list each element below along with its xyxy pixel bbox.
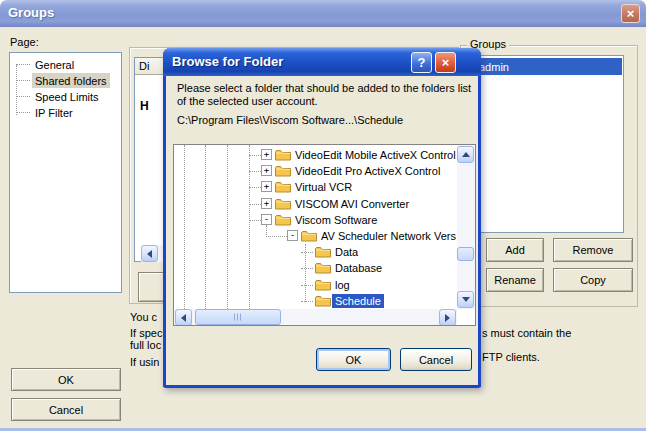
rename-button[interactable]: Rename (486, 268, 544, 292)
hscroll-thumb[interactable] (195, 309, 281, 325)
expand-plus-icon[interactable]: + (261, 181, 272, 192)
directory-cell-fragment: H (140, 99, 149, 113)
tree-item-label[interactable]: VISCOM AVI Converter (292, 197, 412, 211)
info-text-fragment: You c (130, 311, 157, 323)
info-text-fragment: full loc (130, 339, 161, 351)
folder-icon (275, 180, 291, 195)
folder-icon (275, 213, 291, 228)
directory-column-header-label: Di (139, 60, 149, 72)
tree-vscroll[interactable] (457, 145, 475, 309)
scroll-right-icon[interactable] (439, 309, 456, 326)
tree-guide-line (16, 65, 17, 115)
tree-guide-line (249, 204, 261, 205)
add-button[interactable]: Add (486, 238, 544, 262)
folder-icon (315, 261, 331, 276)
tree-item-av-scheduler-network-versio[interactable]: -AV Scheduler Network Versio (174, 228, 456, 244)
tree-item-viscom-software[interactable]: -Viscom Software (174, 212, 456, 228)
groups-list[interactable]: admin (472, 55, 624, 233)
instruction-line-1: Please select a folder that should be ad… (177, 82, 471, 94)
info-text-fragment: FTP clients. (482, 351, 540, 363)
tree-guide-line (16, 96, 30, 97)
collapse-minus-icon[interactable]: - (261, 214, 272, 225)
scroll-down-icon[interactable] (457, 291, 474, 308)
tree-guide-line (249, 155, 261, 156)
tree-guide-line (301, 301, 313, 302)
info-text-fragment: s must contain the (482, 327, 571, 339)
tree-guide-line (16, 64, 30, 65)
folder-icon (315, 278, 331, 293)
tree-guide-line (16, 80, 30, 81)
groups-window-title: Groups (8, 5, 54, 20)
close-icon[interactable]: × (621, 4, 640, 23)
tree-item-label[interactable]: VideoEdit Mobile ActiveX Control (292, 148, 456, 162)
tree-guide-line (301, 285, 313, 286)
page-label: Page: (10, 36, 39, 48)
groups-cancel-button[interactable]: Cancel (11, 398, 121, 421)
tree-item-virtual-vcr[interactable]: +Virtual VCR (174, 179, 456, 195)
browse-for-folder-dialog: Browse for Folder ? × Please select a fo… (163, 48, 481, 388)
vscroll-thumb[interactable] (457, 247, 474, 261)
help-icon[interactable]: ? (411, 52, 432, 73)
tree-item-log[interactable]: log (174, 277, 456, 293)
page-list-item-ip-filter[interactable]: IP Filter (32, 105, 76, 120)
tree-item-database[interactable]: Database (174, 260, 456, 276)
tree-item-label[interactable]: Data (332, 245, 361, 259)
tree-item-videoedit-mobile-activex-control[interactable]: +VideoEdit Mobile ActiveX Control (174, 147, 456, 163)
tree-item-label[interactable]: Database (332, 261, 385, 275)
selected-path: C:\Program Files\Viscom Software...\Sche… (177, 114, 403, 126)
browse-dialog-titlebar[interactable]: Browse for Folder ? × (163, 48, 481, 76)
tree-guide-line (249, 171, 261, 172)
page-list-item-general[interactable]: General (32, 57, 77, 72)
tree-guide-line (301, 252, 313, 253)
scroll-up-icon[interactable] (457, 146, 474, 163)
folder-tree[interactable]: +VideoEdit Mobile ActiveX Control+VideoE… (173, 144, 476, 326)
groups-ok-button[interactable]: OK (11, 368, 121, 391)
scroll-left-icon[interactable] (141, 245, 158, 262)
browse-ok-button[interactable]: OK (316, 348, 391, 371)
tree-item-data[interactable]: Data (174, 244, 456, 260)
expand-plus-icon[interactable]: + (261, 149, 272, 160)
instruction-line-2: of the selected user account. (177, 95, 318, 107)
folder-icon (315, 294, 331, 309)
tree-item-label[interactable]: Viscom Software (292, 213, 380, 227)
tree-item-schedule[interactable]: Schedule (174, 293, 456, 309)
groups-titlebar[interactable]: Groups × (0, 0, 646, 27)
browse-dialog-title: Browse for Folder (172, 54, 283, 69)
folder-icon (301, 229, 317, 244)
screenshot-canvas: Groups × Page: GeneralShared foldersSpee… (0, 0, 646, 434)
tree-hscroll[interactable] (174, 309, 457, 326)
tree-item-label[interactable]: AV Scheduler Network Versio (318, 229, 456, 243)
page-list[interactable]: GeneralShared foldersSpeed LimitsIP Filt… (9, 52, 122, 293)
collapse-minus-icon[interactable]: - (287, 230, 298, 241)
tree-guide-line (249, 187, 261, 188)
tree-item-viscom-avi-converter[interactable]: +VISCOM AVI Converter (174, 196, 456, 212)
tree-item-videoedit-pro-activex-control[interactable]: +VideoEdit Pro ActiveX Control (174, 163, 456, 179)
expand-plus-icon[interactable]: + (261, 198, 272, 209)
browse-cancel-button[interactable]: Cancel (400, 348, 472, 371)
tree-guide-line (249, 220, 261, 221)
tree-guide-line (266, 236, 287, 237)
tree-item-label[interactable]: VideoEdit Pro ActiveX Control (292, 164, 443, 178)
folder-icon (275, 148, 291, 163)
page-list-item-speed-limits[interactable]: Speed Limits (32, 89, 102, 104)
folder-icon (275, 197, 291, 212)
info-text-fragment: If usin (130, 356, 159, 368)
scroll-left-icon[interactable] (175, 309, 192, 326)
expand-plus-icon[interactable]: + (261, 165, 272, 176)
info-text-fragment: If spec (130, 327, 162, 339)
tree-guide-line (301, 268, 313, 269)
tree-guide-line (16, 112, 30, 113)
tree-item-label[interactable]: log (332, 278, 353, 292)
page-list-item-shared-folders[interactable]: Shared folders (32, 73, 110, 88)
folder-icon (315, 245, 331, 260)
tree-item-label[interactable]: Virtual VCR (292, 180, 355, 194)
remove-button[interactable]: Remove (553, 238, 633, 262)
folder-icon (275, 164, 291, 179)
copy-button[interactable]: Copy (553, 268, 633, 292)
close-icon[interactable]: × (435, 52, 456, 73)
tree-item-label[interactable]: Schedule (332, 294, 384, 308)
groups-list-item-admin[interactable]: admin (474, 58, 622, 75)
